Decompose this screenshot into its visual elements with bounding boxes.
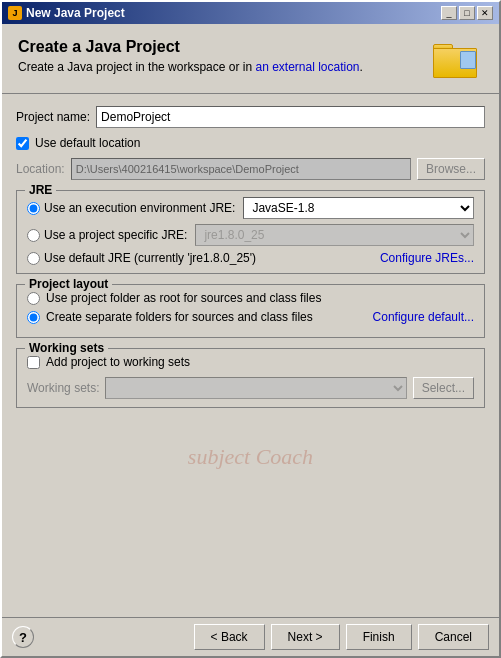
subtitle-end: . (360, 60, 363, 74)
help-button[interactable]: ? (12, 626, 34, 648)
working-sets-input-row: Working sets: Select... (27, 377, 474, 399)
location-row: Location: Browse... (16, 158, 485, 180)
title-buttons: _ □ ✕ (441, 6, 493, 20)
configure-default-link[interactable]: Configure default... (373, 310, 474, 324)
jre-option3-radio[interactable] (27, 252, 40, 265)
footer-left: ? (12, 626, 34, 648)
jre-specific-select[interactable]: jre1.8.0_25 (195, 224, 474, 246)
folder-body (433, 48, 477, 78)
layout-option2-radio[interactable] (27, 311, 40, 324)
jre-option3-row: Use default JRE (currently 'jre1.8.0_25'… (27, 251, 474, 265)
close-button[interactable]: ✕ (477, 6, 493, 20)
use-default-location-checkbox[interactable] (16, 137, 29, 150)
project-layout-group: Project layout Use project folder as roo… (16, 284, 485, 338)
content: Create a Java Project Create a Java proj… (2, 24, 499, 656)
back-button[interactable]: < Back (194, 624, 265, 650)
layout-option1-row: Use project folder as root for sources a… (27, 291, 474, 305)
add-to-working-sets-row: Add project to working sets (27, 355, 474, 369)
working-sets-group: Working sets Add project to working sets… (16, 348, 485, 408)
subtitle-link[interactable]: an external location (255, 60, 359, 74)
main-form: Project name: Use default location Locat… (2, 94, 499, 617)
watermark-area: subject Coach (16, 418, 485, 478)
location-input[interactable] (71, 158, 411, 180)
subtitle-plain: Create a Java project in the workspace o… (18, 60, 255, 74)
project-layout-label: Project layout (25, 277, 112, 291)
project-name-row: Project name: (16, 106, 485, 128)
footer-buttons: < Back Next > Finish Cancel (194, 624, 489, 650)
jre-option2-row: Use a project specific JRE: jre1.8.0_25 (27, 224, 474, 246)
location-label: Location: (16, 162, 65, 176)
minimize-button[interactable]: _ (441, 6, 457, 20)
jre-option2-radio[interactable] (27, 229, 40, 242)
add-to-working-sets-label: Add project to working sets (46, 355, 190, 369)
maximize-button[interactable]: □ (459, 6, 475, 20)
java-icon: J (8, 6, 22, 20)
jre-execution-env-select[interactable]: JavaSE-1.8 JavaSE-11 JavaSE-17 (243, 197, 474, 219)
browse-button[interactable]: Browse... (417, 158, 485, 180)
title-bar-left: J New Java Project (8, 6, 125, 20)
next-button[interactable]: Next > (271, 624, 340, 650)
working-sets-select[interactable] (105, 377, 406, 399)
jre-option2-label: Use a project specific JRE: (44, 228, 187, 242)
select-button[interactable]: Select... (413, 377, 474, 399)
use-default-location-row: Use default location (16, 136, 485, 150)
add-to-working-sets-checkbox[interactable] (27, 356, 40, 369)
jre-option1-label: Use an execution environment JRE: (44, 201, 235, 215)
jre-option1-row: Use an execution environment JRE: JavaSE… (27, 197, 474, 219)
project-name-label: Project name: (16, 110, 90, 124)
layout-option2-label: Create separate folders for sources and … (46, 310, 373, 324)
layout-option1-radio[interactable] (27, 292, 40, 305)
title-bar: J New Java Project _ □ ✕ (2, 2, 499, 24)
window-title: New Java Project (26, 6, 125, 20)
project-name-input[interactable] (96, 106, 485, 128)
finish-button[interactable]: Finish (346, 624, 412, 650)
header-text-area: Create a Java Project Create a Java proj… (18, 38, 423, 74)
header-subtitle: Create a Java project in the workspace o… (18, 60, 423, 74)
page-title: Create a Java Project (18, 38, 423, 56)
watermark-text: subject Coach (188, 444, 313, 470)
jre-group-label: JRE (25, 183, 56, 197)
layout-option2-row: Create separate folders for sources and … (27, 310, 474, 324)
header-section: Create a Java Project Create a Java proj… (2, 24, 499, 94)
jre-option3-label: Use default JRE (currently 'jre1.8.0_25'… (44, 251, 376, 265)
jre-option1-radio[interactable] (27, 202, 40, 215)
folder-icon-wrapper (433, 38, 483, 83)
cancel-button[interactable]: Cancel (418, 624, 489, 650)
configure-jres-link[interactable]: Configure JREs... (380, 251, 474, 265)
working-sets-group-label: Working sets (25, 341, 108, 355)
use-default-location-label: Use default location (35, 136, 140, 150)
folder-icon (433, 38, 481, 78)
layout-option1-label: Use project folder as root for sources a… (46, 291, 321, 305)
folder-arrow (460, 51, 476, 69)
jre-group: JRE Use an execution environment JRE: Ja… (16, 190, 485, 274)
working-sets-label: Working sets: (27, 381, 99, 395)
window: J New Java Project _ □ ✕ Create a Java P… (0, 0, 501, 658)
footer: ? < Back Next > Finish Cancel (2, 617, 499, 656)
